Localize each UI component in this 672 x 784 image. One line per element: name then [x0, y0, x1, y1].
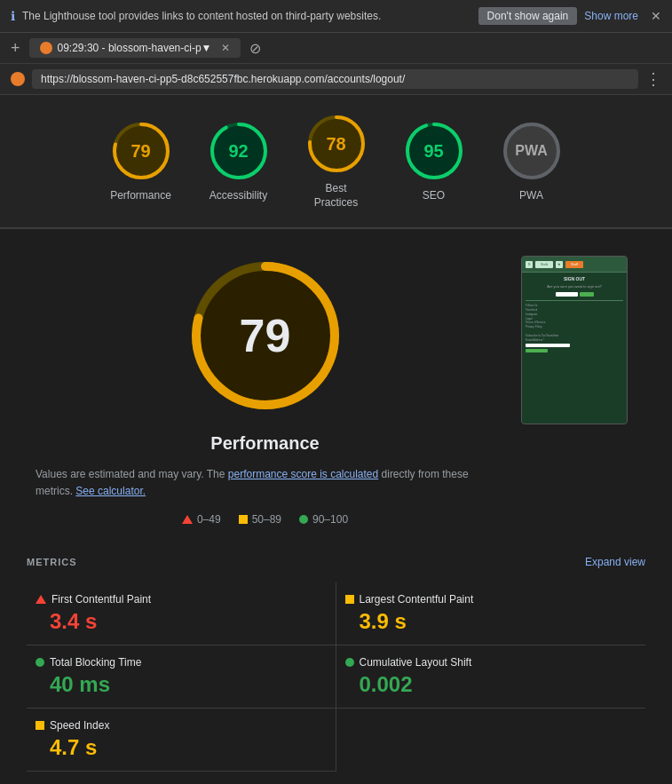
ss-input-row [526, 292, 623, 297]
tab-close-icon[interactable]: ✕ [221, 42, 230, 54]
metric-icon-cls [345, 658, 354, 667]
metric-value-lcp: 3.9 s [345, 609, 637, 634]
score-value-pwa: PWA [515, 143, 547, 159]
metric-value-tbt: 40 ms [36, 672, 327, 697]
score-label-accessibility: Accessibility [210, 189, 267, 203]
url-menu-icon[interactable]: ⋮ [645, 69, 661, 89]
performance-section: 79 Performance Values are estimated and … [0, 229, 672, 542]
metric-fcp-header: First Contentful Paint [36, 593, 327, 606]
performance-title: Performance [210, 433, 319, 454]
range-item-green: 90–100 [299, 513, 348, 526]
tab-favicon [40, 42, 52, 54]
score-label-performance: Performance [110, 189, 171, 203]
close-icon[interactable]: ✕ [651, 9, 661, 23]
metric-lcp-header: Largest Contentful Paint [345, 593, 637, 606]
metric-fcp: First Contentful Paint 3.4 s [27, 582, 336, 645]
score-accessibility[interactable]: 92 Accessibility [208, 120, 270, 203]
ss-nav-dot-2: Srch [535, 261, 553, 268]
performance-big-circle: 79 [186, 256, 345, 416]
metric-si-header: Speed Index [36, 719, 327, 732]
tab-bar: + 09:29:30 - blossom-haven-ci-p▼ ✕ ⊘ [0, 33, 672, 64]
url-bar: https://blossom-haven-ci-pp5-d8c652557fb… [0, 64, 672, 95]
metric-icon-fcp [36, 595, 46, 604]
score-pwa[interactable]: PWA PWA [501, 120, 563, 203]
metrics-section: METRICS Expand view First Contentful Pai… [0, 543, 672, 784]
score-performance[interactable]: 79 Performance [110, 120, 172, 203]
metric-value-si: 4.7 s [36, 735, 327, 760]
metric-value-cls: 0.002 [345, 672, 637, 697]
main-content: 79 Performance Values are estimated and … [0, 229, 672, 783]
score-label-seo: SEO [423, 189, 445, 203]
range-item-red: 0–49 [182, 513, 221, 526]
metric-tbt: Total Blocking Time 40 ms [27, 645, 336, 709]
url-favicon [11, 72, 25, 86]
info-banner: ℹ The Lighthouse tool provides links to … [0, 0, 672, 33]
range-label-red: 0–49 [197, 513, 221, 526]
score-circle-best-practices: 78 [305, 113, 368, 175]
performance-description: Values are estimated and may vary. The p… [36, 466, 494, 500]
score-seo[interactable]: 95 SEO [403, 120, 465, 203]
metrics-title: METRICS [27, 557, 77, 567]
metric-icon-tbt [36, 658, 44, 667]
ss-title: SIGN OUT [526, 276, 623, 281]
metric-value-fcp: 3.4 s [36, 609, 327, 634]
metric-tbt-header: Total Blocking Time [36, 656, 327, 669]
metric-cls-header: Cumulative Layout Shift [345, 656, 637, 669]
tab-item[interactable]: 09:29:30 - blossom-haven-ci-p▼ ✕ [29, 38, 241, 58]
score-circle-seo: 95 [403, 120, 465, 182]
metric-name-si: Speed Index [50, 719, 109, 732]
metric-name-tbt: Total Blocking Time [50, 656, 141, 669]
ss-divider [526, 300, 623, 301]
score-circle-pwa: PWA [501, 120, 563, 182]
ss-nav-dot-staff: Staff [565, 261, 583, 268]
range-icon-green [299, 515, 308, 524]
score-ranges: 0–49 50–89 90–100 [182, 513, 348, 526]
new-tab-button[interactable]: + [11, 39, 20, 58]
metrics-header: METRICS Expand view [27, 556, 645, 568]
ss-subtitle: Are you sure you want to sign out? [526, 284, 623, 289]
score-circle-performance: 79 [110, 120, 172, 182]
metric-icon-lcp [345, 595, 354, 604]
metric-cls: Cumulative Layout Shift 0.002 [336, 645, 646, 709]
url-text[interactable]: https://blossom-haven-ci-pp5-d8c652557fb… [32, 69, 638, 89]
performance-right: S Srch ★ Staff SIGN OUT Are you sure you… [521, 256, 636, 424]
score-label-best-practices: Best Practices [314, 182, 358, 210]
range-icon-red [182, 515, 193, 524]
ss-nav-dot-3: ★ [556, 261, 563, 268]
tab-blocked-icon[interactable]: ⊘ [249, 40, 261, 57]
dont-show-button[interactable]: Don't show again [478, 7, 578, 25]
range-item-yellow: 50–89 [239, 513, 281, 526]
metric-name-lcp: Largest Contentful Paint [360, 593, 474, 606]
banner-text: The Lighthouse tool provides links to co… [22, 10, 471, 22]
show-more-link[interactable]: Show more [584, 10, 638, 22]
ss-body: SIGN OUT Are you sure you want to sign o… [522, 273, 627, 424]
perf-calculator-link[interactable]: See calculator. [75, 485, 146, 497]
metric-name-fcp: First Contentful Paint [51, 593, 151, 606]
ss-nav-dot-1: S [526, 261, 533, 268]
range-icon-yellow [239, 515, 248, 524]
ss-input [556, 292, 578, 297]
ss-btn [580, 292, 594, 297]
range-label-green: 90–100 [312, 513, 348, 526]
score-label-pwa: PWA [519, 189, 543, 203]
range-label-yellow: 50–89 [252, 513, 281, 526]
score-circle-accessibility: 92 [208, 120, 270, 182]
scores-section: 79 Performance 92 Accessibility 78 Best … [0, 95, 672, 229]
perf-score-link[interactable]: performance score is calculated [228, 468, 378, 480]
ss-footer-links: Follow Us Facebook Instagram Legal Terms… [526, 304, 623, 352]
metrics-grid: First Contentful Paint 3.4 s Largest Con… [27, 582, 645, 772]
score-value-performance: 79 [130, 140, 150, 161]
info-icon: ℹ [11, 9, 15, 23]
perf-desc-text1: Values are estimated and may vary. The [36, 468, 228, 480]
metric-name-cls: Cumulative Layout Shift [360, 656, 472, 669]
performance-left: 79 Performance Values are estimated and … [36, 256, 494, 525]
score-value-accessibility: 92 [228, 140, 248, 161]
score-best-practices[interactable]: 78 Best Practices [305, 113, 368, 210]
expand-view-button[interactable]: Expand view [585, 556, 645, 568]
tab-title: 09:29:30 - blossom-haven-ci-p▼ [58, 42, 212, 54]
ss-navbar: S Srch ★ Staff [522, 257, 627, 273]
screenshot-preview: S Srch ★ Staff SIGN OUT Are you sure you… [521, 256, 628, 424]
metric-icon-si [36, 721, 44, 730]
metric-si: Speed Index 4.7 s [27, 709, 336, 772]
score-value-best-practices: 78 [326, 134, 345, 154]
